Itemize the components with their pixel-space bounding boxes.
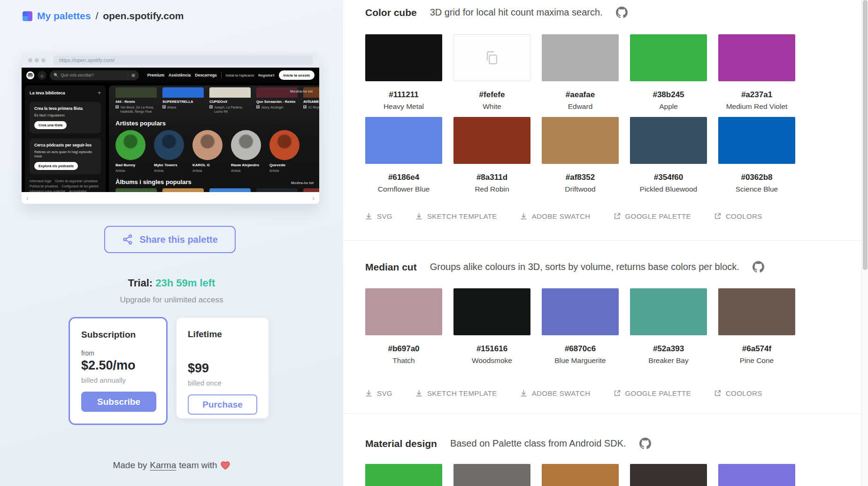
external-link-icon [614,213,621,220]
github-icon[interactable] [639,438,651,449]
color-swatch[interactable] [630,117,707,164]
export-row-median-cut: SVG SKETCH TEMPLATE ADOBE SWATCH GOOGLE … [365,389,762,397]
album-art [162,87,204,98]
karma-link[interactable]: Karma [150,460,176,471]
color-swatch-cell: #0362b8 Science Blue [718,117,795,193]
artist-photo [192,130,223,160]
swatch-hex: #6186e4 [365,173,442,182]
color-swatch[interactable] [542,288,619,335]
color-swatch-cell: #a237a1 Medium Red Violet [718,34,795,111]
swatch-hex: #151616 [453,344,530,354]
export-sketch-link[interactable]: SKETCH TEMPLATE [415,212,497,220]
section-divider [343,240,861,241]
color-swatch[interactable] [542,117,619,164]
export-sketch-link[interactable]: SKETCH TEMPLATE [415,389,497,397]
color-swatch[interactable] [718,34,795,81]
swatch-name: Woodsmoke [453,356,530,365]
swatch-hex: #b697a0 [365,344,442,354]
artist-card: Rauw Alejandro Artista [231,130,261,173]
explicit-badge: E [115,105,119,108]
section-title: Color cube [365,7,417,18]
external-link-icon [714,390,721,397]
share-palette-button[interactable]: Share this palette [104,226,236,253]
purchase-button[interactable]: Purchase [188,394,257,415]
album-art [115,87,157,98]
color-swatch[interactable] [365,34,442,81]
color-swatch[interactable] [365,464,442,486]
artist-card: Quevedo Artista [269,130,300,173]
scrollbar-thumb[interactable] [863,0,868,270]
subscription-from: from [81,349,155,357]
github-icon[interactable] [753,261,764,273]
github-icon[interactable] [616,7,628,18]
next-arrow-icon[interactable]: › [312,194,315,202]
color-swatch[interactable] [453,288,530,335]
swatch-name: Edward [542,102,619,111]
color-swatch[interactable] [453,34,530,81]
artists-heading: Artistes populars [115,120,314,127]
explore-podcasts-button: Explora els pòdcasts [34,162,78,170]
artist-card: Bad Bunny Artista [115,130,146,173]
color-swatch[interactable] [718,288,795,335]
swatch-hex: #8a311d [453,173,530,182]
export-coolors-link[interactable]: COOLORS [714,212,762,220]
color-swatch[interactable] [542,464,619,486]
trial-time-left: 23h 59m left [155,277,215,289]
color-swatch-cell: #6870c6 Blue Marguerite [542,288,619,365]
subscription-billing: billed annually [81,376,155,384]
artist-photo [154,130,184,160]
show-all-link: Mostra-ho tot [291,181,314,185]
subscription-card[interactable]: Subscription from $2.50/mo billed annual… [69,317,168,425]
color-swatch[interactable] [718,464,795,486]
browser-mockup: https://open.spotify.com/ ⌂ 🔍 Què vols e… [22,53,319,204]
swatch-hex: #6870c6 [542,344,619,354]
color-swatch[interactable] [718,117,795,164]
color-swatch[interactable] [365,288,442,335]
spotify-main: Mostra-ho tot 444 - Remix EYan Block, De… [109,85,319,192]
export-google-palette-link[interactable]: GOOGLE PALETTE [614,212,691,220]
lifetime-price: $99 [188,361,257,376]
export-coolors-link[interactable]: COOLORS [714,389,762,397]
album-card: 444 - Remix EYan Block, De La Rosa, Hade… [115,87,157,114]
heart-icon [220,461,230,470]
export-adobe-link[interactable]: ADOBE SWATCH [520,389,591,397]
breadcrumb-current-site: open.spotify.com [103,10,184,22]
color-swatch[interactable] [365,117,442,164]
download-icon [415,390,422,397]
swatch-hex: #38b245 [630,90,707,100]
export-svg-link[interactable]: SVG [365,389,392,397]
carousel-controls: ‹ › [22,192,319,204]
swatch-hex: #a237a1 [718,90,795,100]
card-subtitle: Rebràs un avís quan hi hagi episodis nou… [34,150,96,158]
album-card: SUPERESTRELLA EAitana [162,87,204,114]
albums-thumb-row [115,188,314,192]
card-subtitle: És fàcil i t'ajudarem [34,113,96,117]
spotify-nav-links: Premium Assistència Descarrega Instal·la… [147,70,315,80]
color-swatch[interactable] [630,464,707,486]
export-svg-link[interactable]: SVG [365,212,392,220]
color-swatch-cell: #38b245 Apple [630,34,707,111]
subscribe-button[interactable]: Subscribe [81,392,156,412]
share-icon [122,234,133,245]
color-swatch[interactable] [630,34,707,81]
swatch-name: Blue Marguerite [542,356,619,365]
download-icon [520,390,527,397]
nav-install-app: Instal·la l'aplicació [226,73,254,77]
color-swatch[interactable] [453,464,530,486]
breadcrumb-my-palettes-link[interactable]: My palettes [37,10,91,22]
album-art [209,87,251,98]
color-swatch[interactable] [542,34,619,81]
podcasts-card: Cerca pòdcasts per seguir-los Rebràs un … [30,139,101,174]
left-panel: My palettes / open.spotify.com https://o… [0,0,343,486]
swatch-hex: #52a393 [630,344,707,354]
export-google-palette-link[interactable]: GOOGLE PALETTE [614,389,691,397]
color-swatch[interactable] [453,117,530,164]
lifetime-card[interactable]: Lifetime $99 billed once Purchase [177,318,269,418]
export-adobe-link[interactable]: ADOBE SWATCH [520,212,591,220]
color-swatch[interactable] [630,288,707,335]
swatch-name: Driftwood [542,185,619,193]
window-dot-icon [28,58,32,62]
prev-arrow-icon[interactable]: ‹ [26,194,29,202]
page-scrollbar[interactable] [861,0,868,486]
nav-divider [221,72,222,78]
